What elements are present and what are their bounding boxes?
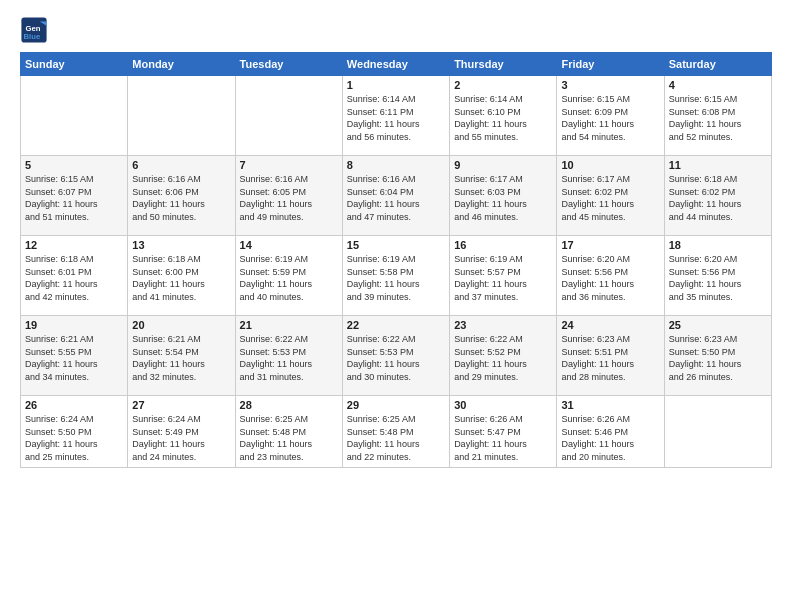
calendar-cell: 2Sunrise: 6:14 AM Sunset: 6:10 PM Daylig…: [450, 76, 557, 156]
calendar-cell: 30Sunrise: 6:26 AM Sunset: 5:47 PM Dayli…: [450, 396, 557, 468]
day-number: 18: [669, 239, 767, 251]
day-info: Sunrise: 6:18 AM Sunset: 6:00 PM Dayligh…: [132, 253, 230, 303]
weekday-header-thursday: Thursday: [450, 53, 557, 76]
calendar-cell: 24Sunrise: 6:23 AM Sunset: 5:51 PM Dayli…: [557, 316, 664, 396]
logo: Gen Blue: [20, 16, 52, 44]
day-number: 8: [347, 159, 445, 171]
calendar-cell: 3Sunrise: 6:15 AM Sunset: 6:09 PM Daylig…: [557, 76, 664, 156]
day-number: 15: [347, 239, 445, 251]
day-number: 28: [240, 399, 338, 411]
day-number: 12: [25, 239, 123, 251]
calendar-page: Gen Blue SundayMondayTuesdayWednesdayThu…: [0, 0, 792, 612]
week-row-3: 12Sunrise: 6:18 AM Sunset: 6:01 PM Dayli…: [21, 236, 772, 316]
day-info: Sunrise: 6:15 AM Sunset: 6:07 PM Dayligh…: [25, 173, 123, 223]
week-row-4: 19Sunrise: 6:21 AM Sunset: 5:55 PM Dayli…: [21, 316, 772, 396]
day-number: 7: [240, 159, 338, 171]
day-number: 19: [25, 319, 123, 331]
calendar-cell: 29Sunrise: 6:25 AM Sunset: 5:48 PM Dayli…: [342, 396, 449, 468]
calendar-cell: 16Sunrise: 6:19 AM Sunset: 5:57 PM Dayli…: [450, 236, 557, 316]
day-info: Sunrise: 6:24 AM Sunset: 5:50 PM Dayligh…: [25, 413, 123, 463]
day-info: Sunrise: 6:14 AM Sunset: 6:11 PM Dayligh…: [347, 93, 445, 143]
calendar-cell: 7Sunrise: 6:16 AM Sunset: 6:05 PM Daylig…: [235, 156, 342, 236]
calendar-cell: 26Sunrise: 6:24 AM Sunset: 5:50 PM Dayli…: [21, 396, 128, 468]
calendar-cell: [128, 76, 235, 156]
day-info: Sunrise: 6:17 AM Sunset: 6:03 PM Dayligh…: [454, 173, 552, 223]
day-info: Sunrise: 6:22 AM Sunset: 5:52 PM Dayligh…: [454, 333, 552, 383]
day-number: 6: [132, 159, 230, 171]
day-number: 10: [561, 159, 659, 171]
calendar-cell: 20Sunrise: 6:21 AM Sunset: 5:54 PM Dayli…: [128, 316, 235, 396]
calendar-cell: 18Sunrise: 6:20 AM Sunset: 5:56 PM Dayli…: [664, 236, 771, 316]
calendar-cell: 23Sunrise: 6:22 AM Sunset: 5:52 PM Dayli…: [450, 316, 557, 396]
calendar-cell: 28Sunrise: 6:25 AM Sunset: 5:48 PM Dayli…: [235, 396, 342, 468]
day-number: 29: [347, 399, 445, 411]
day-number: 3: [561, 79, 659, 91]
day-info: Sunrise: 6:25 AM Sunset: 5:48 PM Dayligh…: [240, 413, 338, 463]
day-number: 5: [25, 159, 123, 171]
calendar-cell: 5Sunrise: 6:15 AM Sunset: 6:07 PM Daylig…: [21, 156, 128, 236]
day-number: 17: [561, 239, 659, 251]
day-info: Sunrise: 6:17 AM Sunset: 6:02 PM Dayligh…: [561, 173, 659, 223]
calendar-cell: 31Sunrise: 6:26 AM Sunset: 5:46 PM Dayli…: [557, 396, 664, 468]
calendar-cell: 9Sunrise: 6:17 AM Sunset: 6:03 PM Daylig…: [450, 156, 557, 236]
day-info: Sunrise: 6:26 AM Sunset: 5:46 PM Dayligh…: [561, 413, 659, 463]
day-info: Sunrise: 6:22 AM Sunset: 5:53 PM Dayligh…: [240, 333, 338, 383]
day-info: Sunrise: 6:15 AM Sunset: 6:08 PM Dayligh…: [669, 93, 767, 143]
day-number: 27: [132, 399, 230, 411]
calendar-cell: [235, 76, 342, 156]
day-number: 25: [669, 319, 767, 331]
day-number: 30: [454, 399, 552, 411]
day-info: Sunrise: 6:20 AM Sunset: 5:56 PM Dayligh…: [561, 253, 659, 303]
week-row-5: 26Sunrise: 6:24 AM Sunset: 5:50 PM Dayli…: [21, 396, 772, 468]
day-number: 20: [132, 319, 230, 331]
day-info: Sunrise: 6:24 AM Sunset: 5:49 PM Dayligh…: [132, 413, 230, 463]
day-info: Sunrise: 6:21 AM Sunset: 5:54 PM Dayligh…: [132, 333, 230, 383]
calendar-cell: 17Sunrise: 6:20 AM Sunset: 5:56 PM Dayli…: [557, 236, 664, 316]
header: Gen Blue: [20, 16, 772, 44]
day-info: Sunrise: 6:22 AM Sunset: 5:53 PM Dayligh…: [347, 333, 445, 383]
day-info: Sunrise: 6:15 AM Sunset: 6:09 PM Dayligh…: [561, 93, 659, 143]
calendar-cell: 21Sunrise: 6:22 AM Sunset: 5:53 PM Dayli…: [235, 316, 342, 396]
calendar-cell: 19Sunrise: 6:21 AM Sunset: 5:55 PM Dayli…: [21, 316, 128, 396]
calendar-cell: 15Sunrise: 6:19 AM Sunset: 5:58 PM Dayli…: [342, 236, 449, 316]
calendar-cell: 11Sunrise: 6:18 AM Sunset: 6:02 PM Dayli…: [664, 156, 771, 236]
day-info: Sunrise: 6:14 AM Sunset: 6:10 PM Dayligh…: [454, 93, 552, 143]
day-number: 23: [454, 319, 552, 331]
week-row-2: 5Sunrise: 6:15 AM Sunset: 6:07 PM Daylig…: [21, 156, 772, 236]
calendar-cell: 1Sunrise: 6:14 AM Sunset: 6:11 PM Daylig…: [342, 76, 449, 156]
logo-icon: Gen Blue: [20, 16, 48, 44]
calendar-cell: 27Sunrise: 6:24 AM Sunset: 5:49 PM Dayli…: [128, 396, 235, 468]
calendar-table: SundayMondayTuesdayWednesdayThursdayFrid…: [20, 52, 772, 468]
calendar-cell: 25Sunrise: 6:23 AM Sunset: 5:50 PM Dayli…: [664, 316, 771, 396]
day-number: 31: [561, 399, 659, 411]
calendar-cell: 10Sunrise: 6:17 AM Sunset: 6:02 PM Dayli…: [557, 156, 664, 236]
calendar-cell: [664, 396, 771, 468]
calendar-cell: 14Sunrise: 6:19 AM Sunset: 5:59 PM Dayli…: [235, 236, 342, 316]
day-number: 11: [669, 159, 767, 171]
day-number: 21: [240, 319, 338, 331]
day-number: 9: [454, 159, 552, 171]
weekday-header-saturday: Saturday: [664, 53, 771, 76]
weekday-header-sunday: Sunday: [21, 53, 128, 76]
weekday-header-friday: Friday: [557, 53, 664, 76]
day-info: Sunrise: 6:16 AM Sunset: 6:05 PM Dayligh…: [240, 173, 338, 223]
day-info: Sunrise: 6:20 AM Sunset: 5:56 PM Dayligh…: [669, 253, 767, 303]
weekday-header-monday: Monday: [128, 53, 235, 76]
weekday-header-wednesday: Wednesday: [342, 53, 449, 76]
day-number: 16: [454, 239, 552, 251]
day-info: Sunrise: 6:16 AM Sunset: 6:06 PM Dayligh…: [132, 173, 230, 223]
day-info: Sunrise: 6:19 AM Sunset: 5:57 PM Dayligh…: [454, 253, 552, 303]
day-number: 13: [132, 239, 230, 251]
day-info: Sunrise: 6:23 AM Sunset: 5:51 PM Dayligh…: [561, 333, 659, 383]
calendar-cell: 8Sunrise: 6:16 AM Sunset: 6:04 PM Daylig…: [342, 156, 449, 236]
calendar-cell: 22Sunrise: 6:22 AM Sunset: 5:53 PM Dayli…: [342, 316, 449, 396]
day-info: Sunrise: 6:23 AM Sunset: 5:50 PM Dayligh…: [669, 333, 767, 383]
day-info: Sunrise: 6:19 AM Sunset: 5:58 PM Dayligh…: [347, 253, 445, 303]
day-info: Sunrise: 6:18 AM Sunset: 6:02 PM Dayligh…: [669, 173, 767, 223]
day-info: Sunrise: 6:25 AM Sunset: 5:48 PM Dayligh…: [347, 413, 445, 463]
weekday-header-row: SundayMondayTuesdayWednesdayThursdayFrid…: [21, 53, 772, 76]
calendar-cell: 6Sunrise: 6:16 AM Sunset: 6:06 PM Daylig…: [128, 156, 235, 236]
day-number: 2: [454, 79, 552, 91]
day-number: 24: [561, 319, 659, 331]
calendar-cell: 12Sunrise: 6:18 AM Sunset: 6:01 PM Dayli…: [21, 236, 128, 316]
